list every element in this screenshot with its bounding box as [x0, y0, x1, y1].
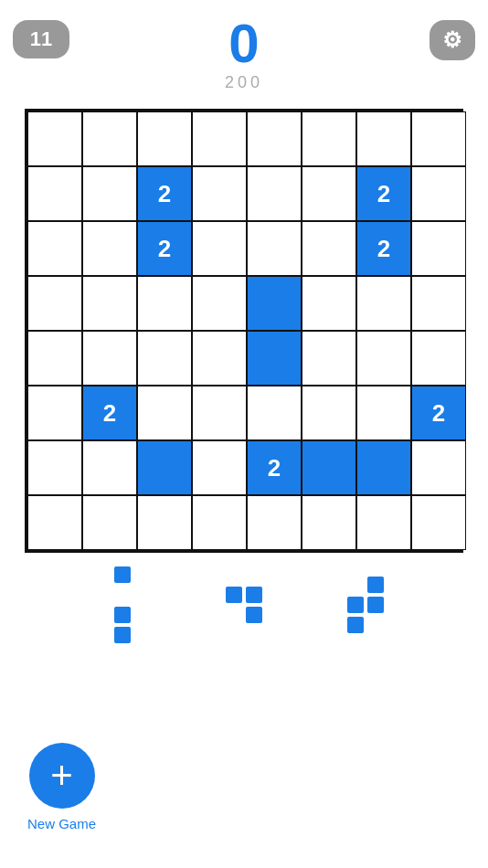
grid-cell[interactable] — [302, 111, 356, 166]
grid-cell[interactable] — [302, 166, 356, 221]
grid-cell[interactable] — [137, 276, 192, 331]
grid-cell-blue[interactable]: 2 — [137, 221, 192, 276]
grid-cell[interactable] — [27, 111, 82, 166]
grid-cell[interactable] — [302, 221, 356, 276]
grid-cell-blue[interactable]: 2 — [411, 386, 466, 440]
grid-cell[interactable] — [27, 331, 82, 386]
grid-cell-blue[interactable]: 2 — [82, 386, 137, 440]
grid-cell[interactable] — [247, 111, 302, 166]
moves-badge: 11 — [13, 20, 69, 58]
piece-block — [347, 617, 364, 633]
score-display: 0 — [225, 16, 263, 71]
grid-cell[interactable] — [302, 331, 356, 386]
grid-cell[interactable] — [192, 276, 247, 331]
settings-button[interactable]: ⚙ — [430, 20, 475, 60]
piece-block — [347, 597, 364, 613]
grid-cell[interactable] — [82, 111, 137, 166]
grid-cell[interactable] — [137, 495, 192, 550]
grid-cell[interactable] — [247, 221, 302, 276]
piece-block — [246, 587, 262, 603]
piece-2[interactable] — [203, 573, 285, 637]
piece-block — [246, 607, 262, 623]
grid-cell-blue[interactable] — [247, 276, 302, 331]
grid-cell-blue[interactable] — [247, 331, 302, 386]
grid-row: 2 2 — [27, 221, 461, 276]
grid-cell-blue[interactable]: 2 — [356, 221, 411, 276]
piece-empty — [226, 607, 242, 623]
target-score: 200 — [225, 73, 263, 92]
grid-cell[interactable] — [82, 221, 137, 276]
grid-cell[interactable] — [247, 166, 302, 221]
piece-block — [114, 607, 131, 623]
piece-block — [114, 627, 131, 643]
piece-3[interactable] — [324, 573, 407, 637]
grid-cell[interactable] — [192, 331, 247, 386]
grid-cell-blue[interactable] — [356, 440, 411, 495]
header: 11 0 200 ⚙ — [0, 0, 488, 92]
grid-cell[interactable] — [27, 166, 82, 221]
grid-cell[interactable] — [411, 111, 466, 166]
new-game-area[interactable]: + New Game — [27, 743, 96, 831]
grid-cell[interactable] — [411, 495, 466, 550]
piece-empty — [347, 577, 364, 593]
grid-cell[interactable] — [27, 276, 82, 331]
grid-row: 2 2 — [27, 166, 461, 221]
grid-cell[interactable] — [27, 495, 82, 550]
grid-cell[interactable] — [27, 440, 82, 495]
piece-block — [367, 597, 384, 613]
grid-cell[interactable] — [411, 166, 466, 221]
grid-row — [27, 111, 461, 166]
plus-icon: + — [50, 757, 73, 795]
piece-block — [226, 587, 242, 603]
grid-cell[interactable] — [192, 221, 247, 276]
piece-block — [367, 577, 384, 593]
piece-1[interactable] — [81, 573, 164, 637]
grid-cell[interactable] — [356, 331, 411, 386]
gear-icon: ⚙ — [442, 27, 462, 53]
grid-cell[interactable] — [137, 111, 192, 166]
grid-cell[interactable] — [82, 495, 137, 550]
grid-cell-blue[interactable]: 2 — [356, 166, 411, 221]
grid-cell[interactable] — [411, 331, 466, 386]
grid-cell[interactable] — [82, 276, 137, 331]
grid-cell[interactable] — [302, 495, 356, 550]
grid-cell[interactable] — [247, 495, 302, 550]
grid-cell[interactable] — [356, 495, 411, 550]
grid-cell[interactable] — [192, 440, 247, 495]
grid-cell[interactable] — [137, 331, 192, 386]
grid-cell[interactable] — [302, 386, 356, 440]
grid-cell[interactable] — [411, 276, 466, 331]
grid-row: 2 2 — [27, 386, 461, 440]
grid-cell[interactable] — [356, 276, 411, 331]
grid-cell-blue[interactable]: 2 — [247, 440, 302, 495]
grid-row — [27, 276, 461, 331]
grid-row: 2 — [27, 440, 461, 495]
grid-cell[interactable] — [411, 440, 466, 495]
grid-cell[interactable] — [82, 166, 137, 221]
grid-cell[interactable] — [356, 386, 411, 440]
grid-cell[interactable] — [411, 221, 466, 276]
grid-cell[interactable] — [82, 331, 137, 386]
grid-cell[interactable] — [247, 386, 302, 440]
grid-cell-blue[interactable]: 2 — [137, 166, 192, 221]
grid-row — [27, 331, 461, 386]
grid-cell[interactable] — [302, 276, 356, 331]
grid-cell[interactable] — [137, 386, 192, 440]
grid-cell[interactable] — [192, 495, 247, 550]
piece-empty — [114, 587, 131, 603]
grid-row — [27, 495, 461, 550]
new-game-button[interactable]: + — [29, 743, 95, 809]
grid-cell[interactable] — [356, 111, 411, 166]
piece-empty — [367, 617, 384, 633]
grid-cell[interactable] — [192, 166, 247, 221]
grid-cell-blue[interactable] — [302, 440, 356, 495]
grid-cell[interactable] — [27, 386, 82, 440]
piece-selector — [61, 573, 427, 637]
grid-cell[interactable] — [82, 440, 137, 495]
grid-cell[interactable] — [192, 111, 247, 166]
new-game-label: New Game — [27, 816, 96, 831]
grid-cell-blue[interactable] — [137, 440, 192, 495]
grid-cell[interactable] — [192, 386, 247, 440]
grid-cell[interactable] — [27, 221, 82, 276]
piece-block — [114, 566, 131, 583]
